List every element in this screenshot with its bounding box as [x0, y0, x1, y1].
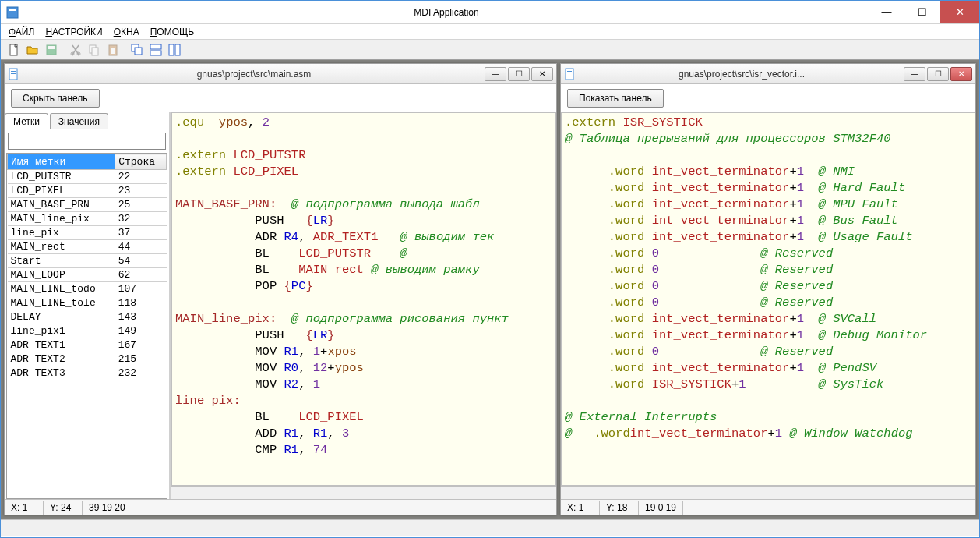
app-title: MDI Application	[24, 7, 869, 18]
svg-rect-18	[11, 71, 16, 72]
window-controls: — ☐ ✕	[869, 1, 979, 23]
svg-rect-14	[150, 51, 161, 55]
svg-rect-15	[169, 44, 174, 55]
show-panel-button[interactable]: Показать панель	[567, 89, 664, 108]
table-row[interactable]: ADR_TEXT1167	[8, 338, 167, 352]
code-editor-right[interactable]: .extern ISR_SYSTICK @ Таблица прерываний…	[561, 112, 975, 499]
document-icon	[564, 68, 576, 80]
table-row[interactable]: MAIN_LINE_tole118	[8, 296, 167, 310]
col-label-line[interactable]: Строка	[115, 154, 167, 170]
mdi-window-isr-vector: gnuas\project\src\isr_vector.i... — ☐ ✕ …	[560, 63, 976, 515]
table-row[interactable]: ADR_TEXT3232	[8, 366, 167, 380]
copy-icon[interactable]	[86, 41, 103, 58]
table-row[interactable]: LCD_PUTSTR22	[8, 170, 167, 184]
mdi-titlebar[interactable]: gnuas\project\src\main.asm — ☐ ✕	[5, 64, 556, 84]
mdi-minimize-button[interactable]: —	[904, 67, 925, 81]
mdi-window-title: gnuas\project\src\isr_vector.i...	[580, 69, 904, 80]
labels-table[interactable]: Имя метки Строка LCD_PUTSTR22LCD_PIXEL23…	[6, 153, 167, 499]
status-y: Y: 24	[44, 501, 83, 515]
statusbar-left: X: 1 Y: 24 39 19 20	[5, 499, 556, 515]
mdi-client-area: gnuas\project\src\main.asm — ☐ ✕ Скрыть …	[1, 60, 979, 519]
table-row[interactable]: line_pix37	[8, 226, 167, 240]
menu-settings[interactable]: НАСТРОЙКИ	[42, 25, 105, 39]
hide-panel-button[interactable]: Скрыть панель	[11, 89, 100, 108]
table-row[interactable]: LCD_PIXEL23	[8, 184, 167, 198]
app-titlebar: MDI Application — ☐ ✕	[1, 1, 979, 24]
maximize-button[interactable]: ☐	[904, 1, 940, 23]
close-button[interactable]: ✕	[940, 1, 979, 23]
mdi-maximize-button[interactable]: ☐	[927, 67, 949, 81]
new-file-icon[interactable]	[5, 41, 23, 58]
app-icon	[1, 6, 24, 19]
minimize-button[interactable]: —	[869, 1, 904, 23]
document-icon	[8, 68, 20, 80]
toolbar	[1, 40, 979, 60]
svg-rect-21	[567, 71, 572, 72]
code-editor-left[interactable]: .equ ypos, 2 .extern LCD_PUTSTR .extern …	[171, 112, 556, 499]
svg-rect-20	[566, 69, 573, 80]
horizontal-scrollbar[interactable]	[561, 486, 975, 499]
labels-side-panel: Метки Значения Имя метки Строка LCD_PUTS…	[5, 112, 171, 499]
menu-file[interactable]: ФАЙЛ	[5, 25, 37, 39]
mdi-maximize-button[interactable]: ☐	[508, 67, 530, 81]
cascade-windows-icon[interactable]	[129, 41, 146, 58]
svg-rect-10	[111, 48, 115, 54]
svg-rect-8	[92, 48, 98, 55]
svg-rect-12	[135, 48, 142, 55]
tab-labels[interactable]: Метки	[5, 113, 48, 129]
table-row[interactable]: MAIN_LOOP62	[8, 268, 167, 282]
table-row[interactable]: MAIN_rect44	[8, 240, 167, 254]
mdi-window-title: gnuas\project\src\main.asm	[23, 69, 485, 80]
status-extra: 19 0 19	[639, 501, 683, 515]
menu-help[interactable]: ПОМОЩЬ	[147, 25, 197, 39]
table-row[interactable]: Start54	[8, 254, 167, 268]
mdi-minimize-button[interactable]: —	[485, 67, 506, 81]
mdi-titlebar[interactable]: gnuas\project\src\isr_vector.i... — ☐ ✕	[561, 64, 975, 84]
menubar: ФАЙЛ НАСТРОЙКИ ОКНА ПОМОЩЬ	[1, 24, 979, 40]
table-row[interactable]: MAIN_BASE_PRN25	[8, 198, 167, 212]
paste-icon[interactable]	[104, 41, 122, 58]
tile-horizontal-icon[interactable]	[147, 41, 164, 58]
table-row[interactable]: MAIN_LINE_todo107	[8, 282, 167, 296]
table-row[interactable]: line_pix1149	[8, 324, 167, 338]
mdi-window-main-asm: gnuas\project\src\main.asm — ☐ ✕ Скрыть …	[4, 63, 557, 515]
svg-rect-16	[175, 44, 180, 55]
cut-icon[interactable]	[67, 41, 84, 58]
status-extra: 39 19 20	[83, 501, 132, 515]
tile-vertical-icon[interactable]	[166, 41, 183, 58]
table-row[interactable]: DELAY143	[8, 310, 167, 324]
status-x: X: 1	[561, 501, 600, 515]
mdi-close-button[interactable]: ✕	[531, 67, 553, 81]
tab-values[interactable]: Значения	[50, 113, 108, 129]
svg-rect-13	[150, 44, 161, 49]
status-x: X: 1	[5, 501, 44, 515]
statusbar-right: X: 1 Y: 18 19 0 19	[561, 499, 975, 515]
col-label-name[interactable]: Имя метки	[8, 154, 115, 170]
app-statusbar	[1, 519, 979, 536]
mdi-close-button[interactable]: ✕	[950, 67, 972, 81]
menu-windows[interactable]: ОКНА	[111, 25, 143, 39]
open-file-icon[interactable]	[24, 41, 41, 58]
table-row[interactable]: ADR_TEXT2215	[8, 352, 167, 366]
label-search-input[interactable]	[8, 133, 166, 150]
table-row[interactable]: MAIN_line_pix32	[8, 212, 167, 226]
save-icon[interactable]	[43, 41, 60, 58]
svg-rect-1	[9, 9, 16, 11]
svg-rect-19	[11, 73, 16, 74]
status-y: Y: 18	[600, 501, 639, 515]
horizontal-scrollbar[interactable]	[171, 486, 556, 499]
svg-rect-4	[48, 46, 55, 49]
